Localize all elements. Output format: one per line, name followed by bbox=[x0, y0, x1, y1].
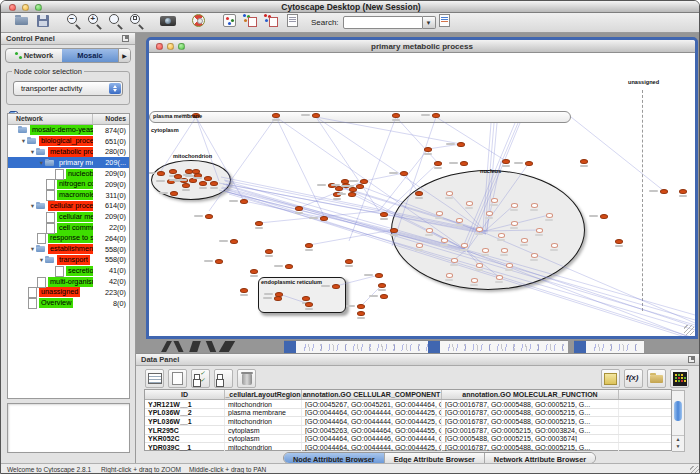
col-cellular-component[interactable]: annotation.GO CELLULAR_COMPONENT bbox=[302, 390, 442, 399]
table-row[interactable]: YJR121W__1mitochondrion[GO:0045267, GO:0… bbox=[145, 400, 671, 409]
import-edge-attributes-icon[interactable] bbox=[263, 12, 281, 30]
network-node[interactable] bbox=[600, 214, 608, 219]
float-panel-icon[interactable] bbox=[688, 356, 695, 363]
network-node[interactable] bbox=[457, 142, 465, 147]
expand-arrow-icon[interactable]: ▼ bbox=[38, 257, 45, 263]
network-node[interactable] bbox=[320, 216, 328, 221]
network-node-pale[interactable] bbox=[491, 198, 498, 203]
tab-mosaic[interactable]: Mosaic bbox=[62, 49, 118, 62]
network-node-pale[interactable] bbox=[476, 263, 483, 268]
network-node[interactable] bbox=[434, 161, 442, 166]
network-node-pale[interactable] bbox=[501, 248, 508, 253]
tree-row[interactable]: ▼establishment of lo558(0) bbox=[8, 244, 129, 255]
network-node-pale[interactable] bbox=[511, 221, 518, 226]
network-node-pale[interactable] bbox=[521, 238, 528, 243]
scrollbar-thumb[interactable] bbox=[674, 401, 682, 421]
col-region[interactable]: _cellularLayoutRegion bbox=[225, 390, 302, 399]
network-node[interactable] bbox=[357, 311, 365, 316]
network-node[interactable] bbox=[360, 179, 368, 184]
col-id[interactable]: ID bbox=[145, 390, 225, 399]
network-node[interactable] bbox=[679, 189, 687, 194]
network-node[interactable] bbox=[392, 113, 400, 118]
network-node-pale[interactable] bbox=[506, 263, 513, 268]
network-node[interactable] bbox=[275, 292, 283, 297]
network-node[interactable] bbox=[415, 191, 423, 196]
network-node[interactable] bbox=[272, 113, 280, 118]
network-node[interactable] bbox=[240, 199, 248, 204]
network-node-pale[interactable] bbox=[482, 248, 489, 253]
tree-row[interactable]: ▼biological_process651(0) bbox=[8, 136, 129, 147]
network-node[interactable] bbox=[210, 181, 218, 186]
network-node[interactable] bbox=[341, 179, 349, 184]
network-node-pale[interactable] bbox=[531, 203, 538, 208]
table-row[interactable]: YLR295Ccytoplasm[GO:0045263, GO:0044464,… bbox=[145, 426, 671, 435]
unselect-attributes-icon[interactable] bbox=[214, 369, 233, 388]
table-row[interactable]: YDR039C__1mitochondrion[GO:0044464, GO:0… bbox=[145, 443, 671, 452]
network-node[interactable] bbox=[265, 249, 273, 254]
network-node[interactable] bbox=[295, 206, 303, 211]
tree-row[interactable]: ▼primary metabo209(... bbox=[8, 157, 129, 168]
network-window-titlebar[interactable]: primary metabolic process bbox=[149, 40, 695, 53]
tab-node-attribute-browser[interactable]: Node Attribute Browser bbox=[284, 453, 385, 463]
tree-row[interactable]: ▼transport558(0) bbox=[8, 255, 129, 266]
tree-row[interactable]: cell communicat22(0) bbox=[8, 222, 129, 233]
network-node[interactable] bbox=[357, 304, 365, 309]
network-node[interactable] bbox=[380, 294, 388, 299]
network-node[interactable] bbox=[380, 212, 388, 217]
canvas-resize-grip[interactable] bbox=[684, 325, 694, 335]
network-node-pale[interactable] bbox=[471, 278, 478, 283]
network-node[interactable] bbox=[390, 228, 398, 233]
tab-overflow-button[interactable]: ▶ bbox=[118, 49, 130, 62]
network-node[interactable] bbox=[230, 239, 238, 244]
tree-row[interactable]: nitrogen compo209(0) bbox=[8, 179, 129, 190]
tree-col-nodes[interactable]: Nodes bbox=[93, 114, 129, 124]
network-node[interactable] bbox=[157, 171, 165, 176]
zoom-selected-icon[interactable] bbox=[107, 12, 125, 30]
network-node[interactable] bbox=[378, 283, 386, 288]
network-node[interactable] bbox=[305, 243, 313, 248]
search-dropdown-icon[interactable]: ▼ bbox=[423, 16, 436, 29]
network-node[interactable] bbox=[182, 183, 190, 188]
scrollbar-arrows[interactable]: ▲▼ bbox=[672, 435, 684, 451]
network-node[interactable] bbox=[205, 214, 213, 219]
network-node[interactable] bbox=[250, 269, 258, 274]
network-node[interactable] bbox=[432, 113, 440, 118]
tree-row[interactable]: secretion41(0) bbox=[8, 265, 129, 276]
table-scrollbar[interactable]: ▲▼ bbox=[672, 390, 685, 452]
import-node-attributes-icon[interactable] bbox=[242, 12, 260, 30]
network-node-pale[interactable] bbox=[436, 211, 443, 216]
tree-row[interactable]: ▼cellular process614(0) bbox=[8, 201, 129, 212]
network-node[interactable] bbox=[285, 264, 293, 269]
tree-row[interactable]: response to stimulu264(0) bbox=[8, 233, 129, 244]
tree-row[interactable]: macromolecule311(0) bbox=[8, 190, 129, 201]
network-node[interactable] bbox=[580, 159, 588, 164]
matrix-icon[interactable] bbox=[670, 369, 689, 388]
import-attributes-icon[interactable] bbox=[647, 369, 666, 388]
network-node[interactable] bbox=[424, 147, 432, 152]
network-node-pale[interactable] bbox=[511, 203, 518, 208]
table-row[interactable]: YKR052Ccytoplasm[GO:0044464, GO:0044446,… bbox=[145, 435, 671, 444]
table-row[interactable]: YPL036W__1mitochondrion[GO:0044464, GO:0… bbox=[145, 417, 671, 426]
network-node-pale[interactable] bbox=[536, 228, 543, 233]
network-node-pale[interactable] bbox=[441, 238, 448, 243]
help-icon[interactable] bbox=[190, 12, 208, 30]
expand-arrow-icon[interactable]: ▼ bbox=[20, 138, 27, 144]
search-input[interactable] bbox=[343, 16, 423, 29]
network-node-pale[interactable] bbox=[416, 243, 423, 248]
network-node[interactable] bbox=[169, 169, 177, 174]
tree-row[interactable]: mosaic-demo-yeast874(0) bbox=[8, 125, 129, 136]
network-node[interactable] bbox=[615, 239, 623, 244]
table-row[interactable]: YPL036W__2plasma membrane[GO:0044464, GO… bbox=[145, 409, 671, 418]
network-node[interactable] bbox=[255, 221, 263, 226]
network-node[interactable] bbox=[215, 259, 223, 264]
network-node-pale[interactable] bbox=[446, 273, 453, 278]
network-node-pale[interactable] bbox=[496, 275, 503, 280]
network-node[interactable] bbox=[305, 302, 313, 307]
network-node-pale[interactable] bbox=[476, 227, 483, 232]
float-panel-icon[interactable] bbox=[122, 35, 129, 42]
vizmap-icon[interactable] bbox=[436, 12, 454, 30]
network-node-pale[interactable] bbox=[466, 201, 473, 206]
attribute-table-icon[interactable] bbox=[145, 369, 164, 388]
network-overview-icon[interactable] bbox=[221, 12, 239, 30]
delete-attribute-icon[interactable] bbox=[237, 369, 256, 388]
